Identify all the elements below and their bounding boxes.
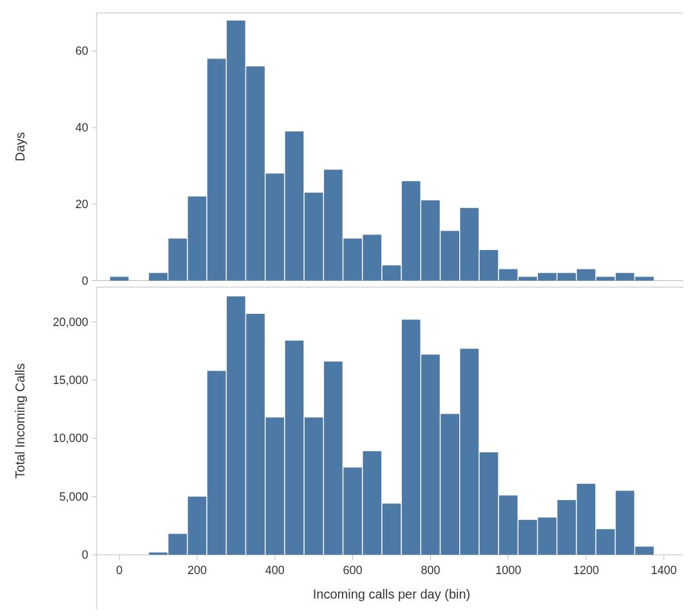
bar xyxy=(363,451,381,555)
y-tick-label: 15,000 xyxy=(53,374,88,387)
bar xyxy=(538,517,556,555)
bar xyxy=(188,497,207,555)
y-tick-label: 20 xyxy=(75,198,88,211)
bar xyxy=(421,200,440,281)
bar xyxy=(168,534,187,555)
x-axis-label: Incoming calls per day (bin) xyxy=(313,587,471,601)
bar xyxy=(518,277,537,281)
bar xyxy=(441,231,459,280)
bar xyxy=(402,181,421,280)
y-tick-label: 0 xyxy=(82,548,88,561)
y-axis-label-total: Total Incoming Calls xyxy=(13,363,27,479)
bar xyxy=(616,491,634,555)
x-tick-label: 1400 xyxy=(651,564,677,577)
x-tick-label: 400 xyxy=(265,564,285,577)
bar xyxy=(518,520,537,555)
bar xyxy=(480,452,498,555)
bar xyxy=(227,296,245,555)
y-tick-label: 0 xyxy=(82,274,88,287)
bar xyxy=(168,238,187,280)
y-tick-label: 40 xyxy=(75,121,88,134)
bar xyxy=(538,273,556,281)
bar xyxy=(207,59,226,280)
chart-svg: 0204060Days05,00010,00015,00020,000Total… xyxy=(0,0,693,616)
bar xyxy=(265,418,284,555)
bar xyxy=(324,169,343,280)
panel-total-calls: 05,00010,00015,00020,000Total Incoming C… xyxy=(13,287,683,562)
y-tick-label: 5,000 xyxy=(59,490,88,503)
bar xyxy=(499,496,518,555)
bar xyxy=(635,277,654,281)
bar xyxy=(305,418,323,555)
x-tick-label: 1000 xyxy=(495,564,521,577)
y-tick-label: 60 xyxy=(75,44,88,57)
bar xyxy=(188,197,207,281)
bar xyxy=(383,504,401,555)
bar xyxy=(265,173,284,280)
bar xyxy=(596,277,615,281)
bar xyxy=(343,238,362,280)
bar xyxy=(421,354,440,555)
bar xyxy=(207,371,226,555)
bar xyxy=(557,500,576,555)
bar xyxy=(110,277,129,281)
bar xyxy=(441,414,459,555)
bar xyxy=(246,66,265,280)
bar xyxy=(596,529,615,555)
bar xyxy=(305,193,323,281)
chart-container: 0204060Days05,00010,00015,00020,000Total… xyxy=(0,0,693,616)
bar xyxy=(460,349,479,555)
x-axis: 0200400600800100012001400Incoming calls … xyxy=(97,555,677,610)
x-tick-label: 600 xyxy=(343,564,363,577)
bar xyxy=(383,265,401,281)
bar xyxy=(343,468,362,555)
y-tick-label: 10,000 xyxy=(53,432,88,445)
bar xyxy=(246,314,265,555)
bar xyxy=(285,341,304,555)
bar xyxy=(577,484,596,555)
x-tick-label: 200 xyxy=(187,564,207,577)
bar xyxy=(363,235,381,280)
panel-days: 0204060Days xyxy=(13,13,683,287)
y-axis-label-days: Days xyxy=(13,132,27,162)
x-tick-label: 0 xyxy=(116,564,122,577)
x-tick-label: 1200 xyxy=(573,564,599,577)
bar xyxy=(149,552,167,555)
bar xyxy=(499,269,518,281)
bar xyxy=(149,273,167,281)
bar xyxy=(577,269,596,281)
bar xyxy=(227,21,245,281)
x-tick-label: 800 xyxy=(421,564,440,577)
bar xyxy=(480,250,498,280)
bar xyxy=(324,361,343,555)
bar xyxy=(460,208,479,281)
bar xyxy=(635,546,654,555)
y-tick-label: 20,000 xyxy=(53,316,88,329)
bar xyxy=(557,273,576,281)
bar xyxy=(285,131,304,280)
bar xyxy=(402,320,421,555)
bar xyxy=(616,273,634,281)
